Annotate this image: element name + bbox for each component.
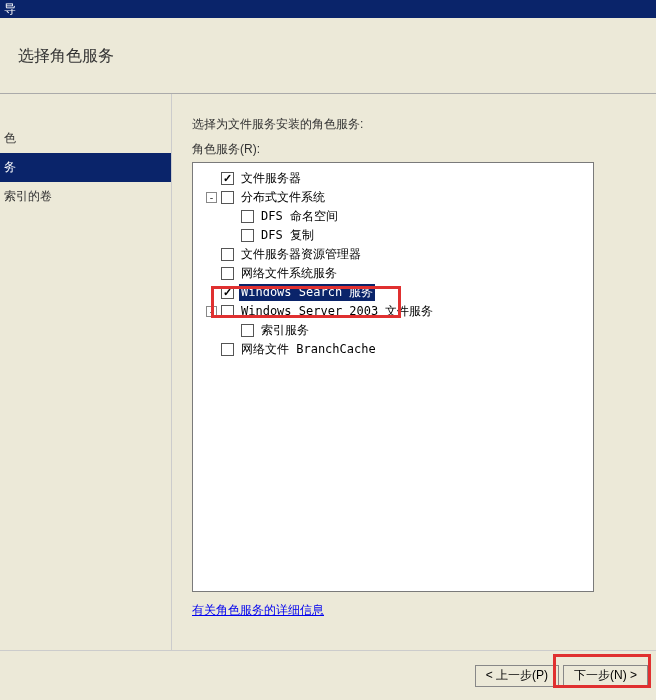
checkbox[interactable] [241,210,254,223]
tree-node-label[interactable]: Windows Search 服务 [239,284,375,301]
checkbox[interactable] [221,191,234,204]
sidebar-item[interactable]: 索引的卷 [0,182,171,211]
sidebar-item[interactable]: 务 [0,153,171,182]
title-bar-text: 导 [4,2,16,16]
tree-node-label[interactable]: Windows Server 2003 文件服务 [239,303,436,320]
role-services-tree[interactable]: 文件服务器-分布式文件系统DFS 命名空间DFS 复制文件服务器资源管理器网络文… [192,162,594,592]
tree-node-label[interactable]: 文件服务器 [239,170,303,187]
tree-node[interactable]: 文件服务器资源管理器 [197,245,589,264]
checkbox[interactable] [221,267,234,280]
sidebar-item[interactable]: 色 [0,124,171,153]
collapse-icon[interactable]: - [206,192,217,203]
tree-node[interactable]: Windows Search 服务 [197,283,589,302]
checkbox[interactable] [221,172,234,185]
collapse-icon[interactable]: - [206,306,217,317]
content-area: 色务索引的卷 选择为文件服务安装的角色服务: 角色服务(R): 文件服务器-分布… [0,94,656,650]
field-label: 角色服务(R): [192,141,656,158]
tree-node[interactable]: DFS 命名空间 [197,207,589,226]
next-button[interactable]: 下一步(N) > [563,665,648,687]
tree-node[interactable]: 网络文件系统服务 [197,264,589,283]
tree-node-label[interactable]: 网络文件 BranchCache [239,341,378,358]
main-panel: 选择为文件服务安装的角色服务: 角色服务(R): 文件服务器-分布式文件系统DF… [172,94,656,650]
instruction-text: 选择为文件服务安装的角色服务: [192,116,656,133]
checkbox[interactable] [241,229,254,242]
tree-node[interactable]: -Windows Server 2003 文件服务 [197,302,589,321]
checkbox[interactable] [241,324,254,337]
tree-node-label[interactable]: DFS 复制 [259,227,316,244]
wizard-header: 选择角色服务 [0,18,656,94]
tree-node-label[interactable]: 网络文件系统服务 [239,265,339,282]
title-bar: 导 [0,0,656,18]
tree-node[interactable]: -分布式文件系统 [197,188,589,207]
checkbox[interactable] [221,343,234,356]
checkbox[interactable] [221,286,234,299]
tree-node[interactable]: 索引服务 [197,321,589,340]
tree-node-label[interactable]: DFS 命名空间 [259,208,340,225]
checkbox[interactable] [221,248,234,261]
wizard-footer: < 上一步(P) 下一步(N) > [0,650,656,700]
tree-node-label[interactable]: 分布式文件系统 [239,189,327,206]
details-link[interactable]: 有关角色服务的详细信息 [192,603,324,617]
tree-node[interactable]: DFS 复制 [197,226,589,245]
checkbox[interactable] [221,305,234,318]
tree-node[interactable]: 网络文件 BranchCache [197,340,589,359]
tree-node-label[interactable]: 索引服务 [259,322,311,339]
tree-node-label[interactable]: 文件服务器资源管理器 [239,246,363,263]
wizard-sidebar: 色务索引的卷 [0,94,172,650]
previous-button[interactable]: < 上一步(P) [475,665,559,687]
page-title: 选择角色服务 [18,46,656,67]
tree-node[interactable]: 文件服务器 [197,169,589,188]
